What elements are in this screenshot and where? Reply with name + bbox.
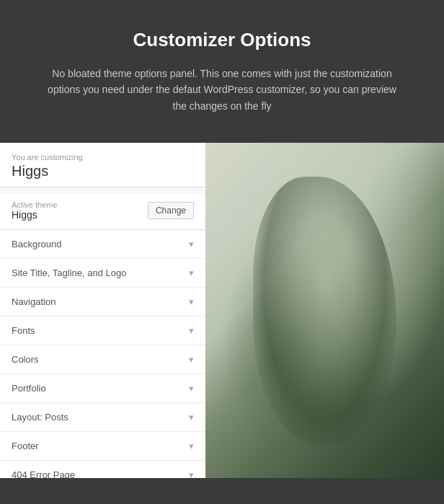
menu-item-label: Navigation [12,296,56,307]
chevron-down-icon: ▾ [189,296,194,307]
menu-item-label: Colors [12,354,39,365]
customizer-header: You are customizing Higgs [0,143,205,187]
page-wrapper: Customizer Options No bloated theme opti… [0,0,444,478]
menu-item-label: Footer [12,441,39,451]
top-section: Customizer Options No bloated theme opti… [0,0,444,136]
menu-item-footer[interactable]: Footer ▾ [0,432,205,461]
menu-item-layout-posts[interactable]: Layout: Posts ▾ [0,403,205,432]
active-theme-info: Active theme Higgs [12,200,58,221]
menu-item-colors[interactable]: Colors ▾ [0,345,205,374]
chevron-down-icon: ▾ [189,469,194,478]
menu-item-background[interactable]: Background ▾ [0,230,205,259]
customizing-label: You are customizing [12,153,194,162]
active-theme-label: Active theme [12,200,58,209]
menu-item-fonts[interactable]: Fonts ▾ [0,317,205,345]
menu-list: Background ▾ Site Title, Tagline, and Lo… [0,230,205,478]
chevron-down-icon: ▾ [189,383,194,394]
chevron-down-icon: ▾ [189,325,194,336]
menu-item-portfolio[interactable]: Portfolio ▾ [0,374,205,403]
chevron-down-icon: ▾ [189,268,194,278]
chevron-down-icon: ▾ [189,354,194,365]
preview-image [205,143,444,478]
change-button[interactable]: Change [148,202,194,219]
active-theme-name: Higgs [12,209,58,221]
menu-item-label: Site Title, Tagline, and Logo [12,268,127,278]
customizer-panel: You are customizing Higgs Active theme H… [0,143,205,478]
menu-item-site-title[interactable]: Site Title, Tagline, and Logo ▾ [0,259,205,288]
page-description: No bloated theme options panel. This one… [43,66,401,114]
menu-item-label: Layout: Posts [12,412,68,423]
active-theme-section: Active theme Higgs Change [0,193,205,230]
preview-panel [205,143,444,478]
menu-item-label: 404 Error Page [12,469,75,478]
chevron-down-icon: ▾ [189,441,194,451]
menu-item-404[interactable]: 404 Error Page ▾ [0,461,205,478]
customizing-title: Higgs [12,163,194,180]
menu-item-label: Portfolio [12,383,46,394]
menu-item-navigation[interactable]: Navigation ▾ [0,288,205,317]
menu-item-label: Fonts [12,325,35,336]
chevron-down-icon: ▾ [189,239,194,249]
chevron-down-icon: ▾ [189,412,194,423]
menu-item-label: Background [12,239,61,249]
page-title: Customizer Options [43,29,401,51]
bottom-section: You are customizing Higgs Active theme H… [0,143,444,478]
